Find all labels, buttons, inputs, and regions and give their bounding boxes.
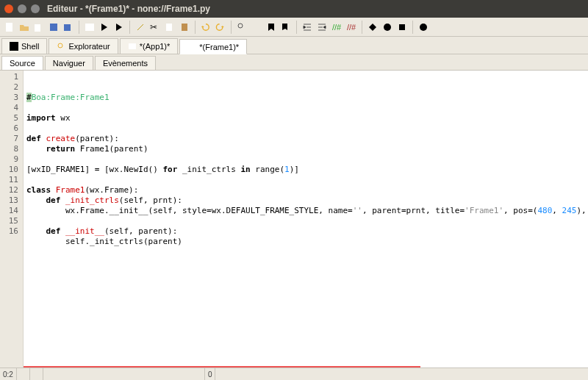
code-line[interactable]: def create(parent): — [26, 134, 588, 144]
copy-button[interactable] — [163, 21, 176, 34]
stop-button[interactable] — [395, 21, 409, 34]
undo-button[interactable] — [199, 21, 212, 34]
code-line[interactable] — [26, 154, 588, 165]
indent-button[interactable] — [301, 21, 314, 34]
play-button[interactable] — [112, 21, 126, 34]
explorer-icon — [57, 42, 65, 51]
tab-frame1[interactable]: *(Frame1)* — [179, 39, 247, 54]
svg-rect-3 — [50, 24, 57, 31]
frame-icon — [187, 43, 196, 51]
window-title: Editeur - *(Frame1)* - none://Frame1.py — [47, 4, 210, 14]
svg-text:✂: ✂ — [150, 22, 157, 32]
svg-rect-1 — [35, 24, 40, 32]
svg-rect-12 — [166, 24, 172, 31]
tab-bar: >ShellExplorateur*(App1)**(Frame1)* — [0, 37, 588, 54]
code-line[interactable] — [26, 103, 588, 113]
svg-rect-13 — [182, 24, 187, 31]
open-button[interactable] — [18, 21, 31, 34]
svg-text://#: //# — [332, 23, 342, 32]
dedent-button[interactable] — [315, 21, 329, 34]
svg-rect-24: > — [10, 42, 18, 51]
status-cell — [30, 368, 43, 380]
toolbar: ✂//#//#? — [0, 18, 588, 37]
code-line[interactable] — [26, 175, 588, 185]
find-button[interactable] — [235, 21, 248, 34]
close-icon[interactable] — [4, 4, 13, 13]
save-button[interactable] — [47, 21, 60, 34]
uncomment-button[interactable]: //# — [345, 21, 358, 34]
tab-app1[interactable]: *(App1)* — [120, 38, 179, 54]
minimize-icon[interactable] — [18, 4, 26, 13]
redo-button[interactable] — [214, 21, 227, 34]
help-button[interactable]: ? — [417, 21, 430, 34]
svg-point-20 — [384, 24, 391, 31]
wand-button[interactable] — [134, 21, 147, 34]
run-button[interactable] — [98, 21, 111, 34]
titlebar: Editeur - *(Frame1)* - none://Frame1.py — [0, 0, 588, 18]
status-gap — [43, 368, 205, 380]
app-icon — [128, 42, 137, 51]
shell-icon: > — [10, 42, 18, 51]
svg-rect-5 — [64, 24, 71, 31]
new-button[interactable] — [3, 21, 16, 34]
code-line[interactable]: def __init__(self, parent): — [26, 226, 588, 237]
code-line[interactable]: [wxID_FRAME1] = [wx.NewId() for _init_ct… — [26, 165, 588, 175]
code-line[interactable]: def _init_ctrls(self, prnt): — [26, 196, 588, 206]
tab-shell[interactable]: >Shell — [1, 38, 47, 54]
record-button[interactable] — [381, 21, 394, 34]
status-cell — [17, 368, 30, 380]
svg-rect-30 — [188, 44, 196, 50]
maximize-icon[interactable] — [31, 4, 40, 13]
code-line[interactable]: import wx — [26, 113, 588, 123]
saveall-button[interactable] — [62, 21, 75, 34]
statusbar: 0:2 0 — [0, 368, 588, 380]
cut-button[interactable]: ✂ — [148, 21, 162, 34]
svg-text://#: //# — [347, 23, 356, 32]
tab-label: Shell — [21, 42, 39, 51]
line-gutter: 12345678910111213141516 — [0, 71, 24, 368]
comment-button[interactable]: //# — [330, 21, 343, 34]
tab-explorateur[interactable]: Explorateur — [49, 38, 118, 54]
code-line[interactable]: class Frame1(wx.Frame): — [26, 185, 588, 196]
paste-button[interactable] — [178, 21, 191, 34]
svg-rect-0 — [6, 23, 12, 32]
svg-rect-21 — [399, 24, 405, 30]
scroll-indicator — [24, 366, 420, 368]
bookmarks-button[interactable] — [279, 21, 293, 34]
code-line[interactable]: #Boa:Frame:Frame1 — [26, 93, 588, 103]
svg-point-17 — [253, 24, 257, 28]
code-line[interactable]: return Frame1(parent) — [26, 144, 588, 154]
code-line[interactable] — [26, 123, 588, 134]
replace-button[interactable] — [250, 21, 263, 34]
dup-button[interactable] — [32, 21, 46, 34]
app-button[interactable] — [83, 21, 96, 34]
bookmark-button[interactable] — [265, 21, 278, 34]
svg-rect-28 — [129, 43, 136, 49]
tab-label: Explorateur — [68, 42, 110, 51]
svg-point-26 — [58, 43, 62, 48]
code-area[interactable]: #Boa:Frame:Frame1 import wx def create(p… — [24, 71, 588, 368]
code-line[interactable] — [26, 247, 588, 257]
tab-label: *(Frame1)* — [199, 43, 239, 51]
svg-point-22: ? — [420, 24, 427, 31]
editor: 12345678910111213141516 #Boa:Frame:Frame… — [0, 71, 588, 368]
code-line[interactable]: wx.Frame.__init__(self, style=wx.DEFAULT… — [26, 206, 588, 216]
subtab-bar: SourceNaviguerEvènements — [0, 54, 588, 71]
subtab-naviguer[interactable]: Naviguer — [45, 56, 93, 70]
code-line[interactable] — [26, 216, 588, 226]
code-line[interactable]: self._init_ctrls(parent) — [26, 237, 588, 247]
tab-label: *(App1)* — [140, 42, 171, 51]
status-column: 0 — [205, 368, 216, 380]
status-position: 0:2 — [0, 368, 17, 380]
breakpoint-button[interactable] — [366, 21, 379, 34]
subtab-source[interactable]: Source — [1, 56, 43, 70]
svg-point-15 — [238, 24, 243, 28]
svg-rect-8 — [85, 24, 94, 31]
subtab-evènements[interactable]: Evènements — [95, 56, 156, 70]
